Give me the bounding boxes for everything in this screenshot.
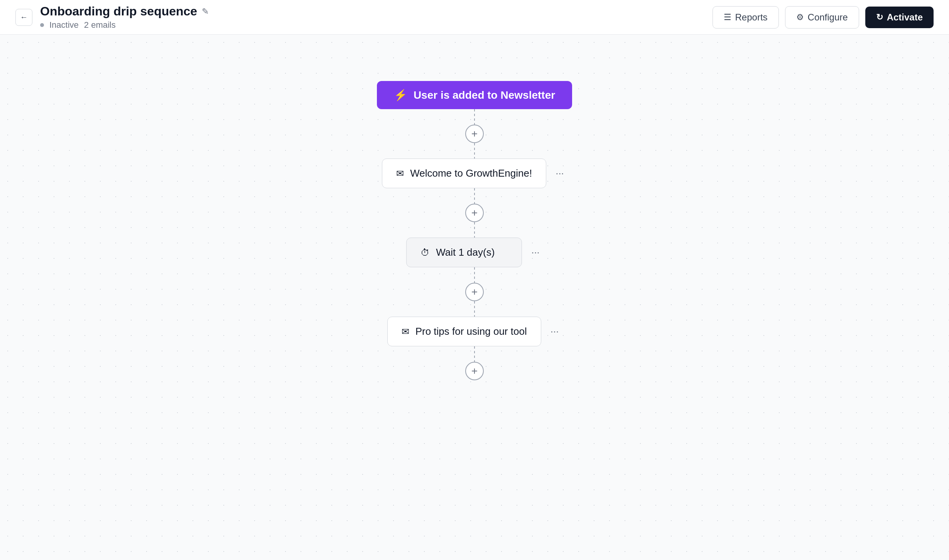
activate-label: Activate (887, 12, 923, 23)
page-title: Onboarding drip sequence (40, 4, 197, 19)
connector-line-4 (474, 222, 475, 238)
back-button[interactable]: ← (15, 9, 32, 26)
connector-line-6 (474, 301, 475, 317)
status-dot (40, 23, 44, 27)
trigger-icon: ⚡ (394, 89, 407, 101)
connector-line-1 (474, 109, 475, 125)
email-icon-1: ✉ (396, 168, 404, 179)
email-node-1-label: Welcome to GrowthEngine! (410, 167, 532, 179)
configure-label: Configure (808, 12, 848, 23)
status-label: Inactive (49, 20, 79, 30)
reports-label: Reports (735, 12, 768, 23)
email-node-2-label: Pro tips for using our tool (415, 326, 527, 337)
configure-button[interactable]: ⚙ Configure (785, 6, 859, 29)
wait-icon: ⏱ (420, 247, 430, 258)
connector-line-5 (474, 267, 475, 283)
email-node-1-more[interactable]: ··· (552, 164, 567, 182)
title-row: Onboarding drip sequence ✎ (40, 4, 209, 19)
meta-row: Inactive 2 emails (40, 20, 209, 30)
activate-icon: ↻ (876, 12, 883, 22)
add-button-3[interactable]: + (465, 283, 484, 301)
trigger-node[interactable]: ⚡ User is added to Newsletter (377, 81, 572, 109)
header-left: ← Onboarding drip sequence ✎ Inactive 2 … (15, 4, 209, 30)
header: ← Onboarding drip sequence ✎ Inactive 2 … (0, 0, 949, 35)
wait-node[interactable]: ⏱ Wait 1 day(s) (406, 238, 522, 267)
email-node-2[interactable]: ✉ Pro tips for using our tool (387, 317, 541, 346)
add-button-1[interactable]: + (465, 125, 484, 143)
reports-button[interactable]: ☰ Reports (713, 6, 779, 29)
add-button-4[interactable]: + (465, 362, 484, 380)
activate-button[interactable]: ↻ Activate (865, 7, 934, 28)
header-right: ☰ Reports ⚙ Configure ↻ Activate (713, 6, 934, 29)
add-button-2[interactable]: + (465, 204, 484, 222)
wait-node-wrapper: ⏱ Wait 1 day(s) ··· (406, 238, 543, 267)
wait-node-label: Wait 1 day(s) (436, 246, 495, 258)
email-node-2-wrapper: ✉ Pro tips for using our tool ··· (387, 317, 562, 346)
configure-icon: ⚙ (796, 12, 804, 22)
flow-canvas: ⚡ User is added to Newsletter + ✉ Welcom… (0, 35, 949, 560)
trigger-label: User is added to Newsletter (414, 89, 555, 101)
emails-count: 2 emails (84, 20, 116, 30)
email-node-2-more[interactable]: ··· (547, 322, 562, 341)
edit-icon[interactable]: ✎ (202, 7, 209, 17)
email-node-1-wrapper: ✉ Welcome to GrowthEngine! ··· (382, 159, 567, 188)
email-icon-2: ✉ (402, 326, 409, 337)
connector-line-7 (474, 346, 475, 362)
connector-line-2 (474, 143, 475, 159)
reports-icon: ☰ (724, 12, 731, 22)
connector-line-3 (474, 188, 475, 204)
title-section: Onboarding drip sequence ✎ Inactive 2 em… (40, 4, 209, 30)
flow: ⚡ User is added to Newsletter + ✉ Welcom… (0, 35, 949, 427)
email-node-1[interactable]: ✉ Welcome to GrowthEngine! (382, 159, 546, 188)
wait-node-more[interactable]: ··· (528, 243, 543, 261)
